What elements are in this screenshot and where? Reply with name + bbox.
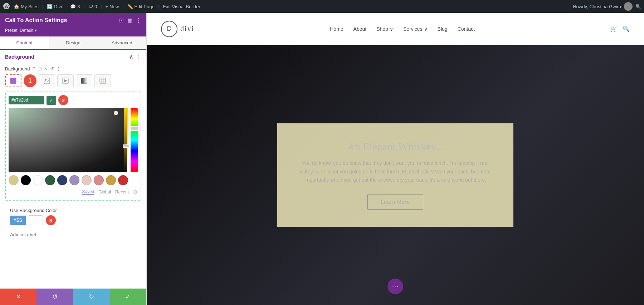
avatar [624, 2, 633, 11]
nav-services-label: Services [403, 26, 423, 32]
swatch-tab-global[interactable]: Global [98, 190, 111, 195]
pattern-type-btn[interactable] [94, 74, 111, 87]
content-area: D divi Home About Shop ∨ Services ∨ Blog… [147, 13, 644, 305]
bg-controls: Background ? ☐ ↖ ↺ ⋮ 1 [0, 64, 146, 244]
hue-thumb[interactable] [130, 126, 138, 131]
tab-advanced[interactable]: Advanced [98, 36, 146, 49]
mobile-icon[interactable]: ☐ [38, 66, 42, 72]
responsive-icon[interactable]: ⊡ [119, 17, 124, 24]
comment2-count[interactable]: 0 [94, 4, 97, 9]
background-section-header: Background ∧ ⋮ [0, 50, 146, 64]
swatch-red[interactable] [118, 175, 128, 185]
swatch-dots: ··· [9, 188, 16, 196]
undo-button[interactable]: ↺ [36, 289, 73, 305]
comment-icon: 💬 [70, 4, 76, 9]
swatch-tab-saved[interactable]: Saved [82, 189, 94, 195]
swatch-darkgreen[interactable] [45, 175, 55, 185]
swatch-black[interactable] [21, 175, 31, 185]
picker-dot[interactable] [114, 111, 118, 115]
use-bg-label: Use Background Color [10, 208, 136, 213]
svg-rect-3 [44, 78, 50, 84]
help-icon[interactable]: ? [33, 66, 35, 72]
cart-icon[interactable]: 🛒 [610, 25, 618, 32]
site-name-btn[interactable]: 🔄 Divi [47, 4, 62, 9]
logo-d: D [167, 25, 172, 33]
edit-page-link[interactable]: Edit Page [135, 4, 155, 9]
cancel-button[interactable]: ✕ [0, 289, 36, 305]
sidebar-title: Call To Action Settings [5, 17, 67, 24]
use-bg-section: Use Background Color YES 3 [5, 205, 141, 229]
image-type-btn[interactable] [39, 74, 55, 87]
eyedropper-btn[interactable] [9, 175, 19, 185]
color-hex-confirm[interactable]: ✓ [47, 96, 56, 105]
hero-content: An Elegant Whiskey... You do know, you d… [147, 45, 644, 305]
my-sites-btn[interactable]: 🏠 My Sites [14, 4, 39, 9]
cta-box: An Elegant Whiskey... You do know, you d… [277, 123, 513, 227]
svg-rect-2 [10, 78, 16, 84]
new-btn[interactable]: + New [106, 4, 119, 9]
swatch-settings-icon[interactable]: ⚙ [133, 189, 138, 195]
new-link[interactable]: New [109, 4, 119, 9]
gradient-canvas[interactable] [9, 108, 138, 172]
nav-home[interactable]: Home [330, 26, 343, 32]
swatch-tab-recent[interactable]: Recent [115, 190, 129, 195]
comment2-icon: 🗨 [88, 4, 93, 9]
hue-slider[interactable] [131, 108, 138, 172]
pointer-icon[interactable]: ↖ [44, 66, 48, 72]
nav-search-icon[interactable]: 🔍 [623, 25, 630, 32]
nav-about[interactable]: About [353, 26, 367, 32]
badge-2: 2 [58, 95, 68, 105]
my-sites-link[interactable]: My Sites [21, 4, 39, 9]
save-button[interactable]: ✓ [110, 289, 146, 305]
cta-button[interactable]: Learn More [367, 195, 423, 210]
exit-builder-link[interactable]: Exit Visual Builder [163, 4, 200, 9]
collapse-icon[interactable]: ∧ [129, 53, 133, 60]
svg-rect-8 [100, 78, 106, 84]
nav-shop[interactable]: Shop ∨ [376, 26, 393, 32]
comment-count[interactable]: 3 [77, 4, 80, 9]
toggle-yes-btn[interactable]: YES [10, 216, 26, 225]
tab-design[interactable]: Design [49, 36, 97, 49]
swatch-salmon[interactable] [94, 175, 104, 185]
tab-content[interactable]: Content [0, 36, 49, 50]
comments-btn[interactable]: 💬 3 [70, 4, 80, 9]
swatch-navy[interactable] [57, 175, 67, 185]
redo-button[interactable]: ↻ [73, 289, 110, 305]
comments2-btn[interactable]: 🗨 0 [88, 4, 97, 9]
video-type-btn[interactable] [57, 74, 74, 87]
wp-icon[interactable]: W [3, 3, 10, 11]
section-more-icon[interactable]: ⋮ [136, 54, 141, 60]
site-logo: D divi [161, 21, 194, 37]
nav-services[interactable]: Services ∨ [403, 26, 428, 32]
sidebar-content: Background ∧ ⋮ Background ? ☐ ↖ ↺ ⋮ [0, 50, 146, 289]
swatch-lavender[interactable] [69, 175, 79, 185]
reset-icon[interactable]: ↺ [50, 66, 54, 72]
toggle-box[interactable] [29, 215, 43, 225]
nav-icons: 🛒 🔍 [610, 25, 630, 32]
nav-blog[interactable]: Blog [438, 26, 448, 32]
preset-row[interactable]: Preset: Default ▾ [0, 28, 146, 36]
swatch-white[interactable] [33, 175, 43, 185]
section-icons: ∧ ⋮ [129, 53, 141, 60]
float-dots-btn[interactable]: ··· [387, 279, 403, 294]
swatch-lightpink[interactable] [82, 175, 92, 185]
alpha-slider[interactable] [124, 108, 128, 172]
more-icon[interactable]: ⋮ [136, 17, 141, 24]
gradient-type-btn[interactable] [76, 74, 92, 87]
site-name-link[interactable]: Divi [54, 4, 62, 9]
sidebar-header: Call To Action Settings ⊡ ▦ ⋮ [0, 13, 146, 28]
color-hex-input[interactable] [9, 96, 44, 104]
search-icon[interactable]: 🔍 [635, 4, 641, 9]
badge-3: 3 [46, 215, 56, 225]
swatch-gold[interactable] [106, 175, 116, 185]
layout-icon[interactable]: ▦ [127, 17, 132, 24]
alpha-thumb[interactable] [123, 144, 130, 148]
color-type-btn[interactable] [5, 74, 21, 87]
bg-label-icons: ? ☐ ↖ ↺ ⋮ [33, 66, 60, 72]
plus-icon: + [106, 4, 108, 9]
nav-contact[interactable]: Contact [458, 26, 475, 32]
edit-page-btn[interactable]: ✏️ Edit Page [127, 4, 155, 9]
color-swatches [9, 175, 138, 185]
bg-more-icon[interactable]: ⋮ [56, 66, 61, 72]
shop-chevron-icon: ∨ [390, 26, 393, 32]
